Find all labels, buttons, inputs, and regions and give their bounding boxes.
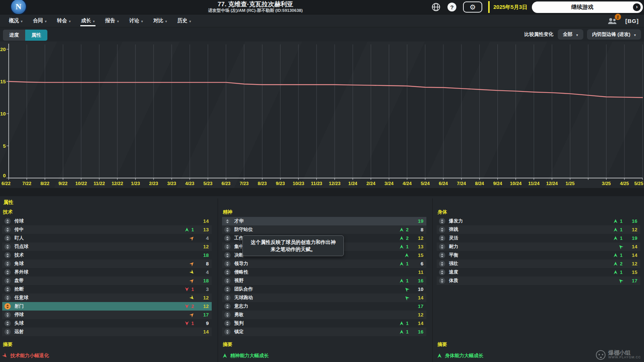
compare-toggle-icon[interactable] — [4, 286, 11, 292]
attribute-row[interactable]: 速度115 — [437, 268, 640, 276]
compare-toggle-icon[interactable] — [439, 244, 445, 250]
attribute-row[interactable]: 停球17 — [2, 311, 212, 319]
attribute-row[interactable]: 强壮212 — [437, 259, 640, 268]
attribute-row[interactable]: 平衡114 — [437, 251, 640, 259]
compare-toggle-icon[interactable] — [439, 252, 445, 258]
attribute-row[interactable]: 防守站位28 — [222, 225, 426, 234]
filter-all-dropdown[interactable]: 全部 — [558, 29, 583, 40]
attribute-row[interactable]: 侵略性11 — [222, 268, 426, 276]
compare-toggle-icon[interactable] — [4, 261, 11, 267]
compare-toggle-icon[interactable] — [439, 227, 445, 233]
compare-toggle-icon[interactable] — [4, 235, 11, 241]
x-axis-label: 2/23 — [149, 181, 158, 186]
compare-toggle-icon[interactable] — [224, 218, 231, 224]
nav-tab-transfer[interactable]: 转会 — [52, 14, 76, 27]
attributes-section: 属性 技术传球14传中113盯人4罚点球12技术18角球8界外球4盘带18抢断1… — [0, 188, 644, 362]
attribute-name: 防守站位 — [234, 227, 385, 233]
compare-toggle-icon[interactable] — [224, 227, 231, 233]
compare-toggle-icon[interactable] — [439, 278, 445, 284]
attribute-row[interactable]: 预判114 — [222, 319, 426, 328]
compare-toggle-icon[interactable] — [4, 320, 11, 326]
compare-toggle-icon[interactable] — [439, 218, 445, 224]
globe-icon[interactable] — [431, 2, 441, 12]
attribute-row[interactable]: 任意球12 — [2, 294, 212, 302]
compare-toggle-icon[interactable] — [224, 252, 231, 258]
attribute-change-indicator: 2 — [389, 227, 409, 232]
notification-badge: 1 — [615, 14, 621, 20]
gear-icon[interactable] — [463, 1, 482, 13]
attribute-row[interactable]: 弹跳112 — [437, 225, 640, 234]
club-badge[interactable]: N — [10, 0, 27, 15]
compare-toggle-icon[interactable] — [4, 312, 11, 318]
attribute-row[interactable]: 远射14 — [2, 328, 212, 336]
attribute-row[interactable]: 盘带18 — [2, 276, 212, 285]
compare-toggle-icon[interactable] — [224, 244, 231, 250]
attribute-row[interactable]: 传球14 — [2, 217, 212, 225]
compare-toggle-icon[interactable] — [224, 303, 231, 309]
attribute-row[interactable]: 头球19 — [2, 319, 212, 328]
nav-tab-comparison[interactable]: 对比 — [148, 14, 172, 27]
compare-toggle-icon[interactable] — [224, 269, 231, 275]
attribute-change-amount: 1 — [406, 321, 409, 326]
compare-toggle-icon[interactable] — [4, 252, 11, 258]
attribute-row[interactable]: 无球跑动14 — [222, 294, 426, 302]
compare-toggle-icon[interactable] — [4, 329, 11, 335]
attribute-row[interactable]: 视野116 — [222, 276, 426, 285]
nav-tab-reports[interactable]: 报告 — [100, 14, 124, 27]
nav-tab-history[interactable]: 历史 — [172, 14, 196, 27]
nav-tab-discussion[interactable]: 讨论 — [124, 14, 148, 27]
attribute-row[interactable]: 传中113 — [2, 225, 212, 234]
attribute-row[interactable]: 灵活119 — [437, 234, 640, 242]
summary-label: 技术能力小幅退化 — [10, 352, 49, 359]
attribute-row[interactable]: 罚点球12 — [2, 242, 212, 251]
filter-role-dropdown[interactable]: 内切型边锋 (进攻) — [587, 29, 641, 40]
attribute-row[interactable]: 勇敢12 — [222, 311, 426, 319]
compare-toggle-icon[interactable] — [4, 303, 11, 309]
compare-toggle-icon[interactable] — [224, 312, 231, 318]
attribute-row[interactable]: 镇定116 — [222, 328, 426, 336]
compare-toggle-icon[interactable] — [224, 278, 231, 284]
nav-tab-contract[interactable]: 合同 — [28, 14, 52, 27]
x-axis-label: 5/23 — [204, 181, 212, 186]
attribute-row[interactable]: 爆发力116 — [437, 217, 640, 225]
compare-toggle-icon[interactable] — [4, 244, 11, 250]
attribute-row[interactable]: 体质17 — [437, 276, 640, 285]
compare-toggle-icon[interactable] — [224, 320, 231, 326]
nav-tab-development[interactable]: 成长 — [76, 14, 100, 27]
compare-toggle-icon[interactable] — [224, 329, 231, 335]
compare-toggle-icon[interactable] — [4, 295, 11, 301]
compare-toggle-icon[interactable] — [224, 261, 231, 267]
tab-progress[interactable]: 进度 — [3, 30, 25, 41]
nav-tab-overview[interactable]: 概况 — [4, 14, 28, 27]
compare-toggle-icon[interactable] — [224, 295, 231, 301]
flair-tooltip: 这个属性反映了球员的创造力和作出神 来之笔动作的天赋。 — [242, 235, 344, 256]
attribute-row[interactable]: 抢断13 — [2, 285, 212, 294]
attribute-change-indicator: 1 — [603, 236, 623, 241]
attribute-row[interactable]: 射门212 — [2, 302, 212, 311]
compare-toggle-icon[interactable] — [4, 218, 11, 224]
attribute-row[interactable]: 角球8 — [2, 259, 212, 268]
compare-toggle-icon[interactable] — [4, 269, 11, 275]
people-icon[interactable]: 1 — [607, 16, 618, 25]
top-bar: N 77. 克维查·克瓦拉次赫利亚 进攻型中场 (左)/AM (RC)-那不勒斯… — [0, 0, 644, 14]
attribute-row[interactable]: 团队合作10 — [222, 285, 426, 294]
bg-icon[interactable]: [BG] — [625, 18, 639, 24]
attribute-row[interactable]: 才华19 — [222, 217, 426, 225]
attribute-row[interactable]: 意志力17 — [222, 302, 426, 311]
tab-attributes[interactable]: 属性 — [25, 30, 47, 41]
compare-toggle-icon[interactable] — [439, 235, 445, 241]
attribute-row[interactable]: 技术18 — [2, 251, 212, 259]
attribute-row[interactable]: 领导力16 — [222, 259, 426, 268]
compare-toggle-icon[interactable] — [439, 269, 445, 275]
attribute-row[interactable]: 界外球4 — [2, 268, 212, 276]
x-axis-label: 1/24 — [348, 181, 357, 186]
compare-toggle-icon[interactable] — [439, 261, 445, 267]
compare-toggle-icon[interactable] — [4, 278, 11, 284]
compare-toggle-icon[interactable] — [224, 286, 231, 292]
attribute-row[interactable]: 盯人4 — [2, 234, 212, 242]
attribute-row[interactable]: 耐力14 — [437, 242, 640, 251]
help-icon[interactable] — [447, 3, 456, 11]
compare-toggle-icon[interactable] — [224, 235, 231, 241]
continue-button[interactable]: 继续游戏 — [532, 1, 643, 13]
compare-toggle-icon[interactable] — [4, 227, 11, 233]
